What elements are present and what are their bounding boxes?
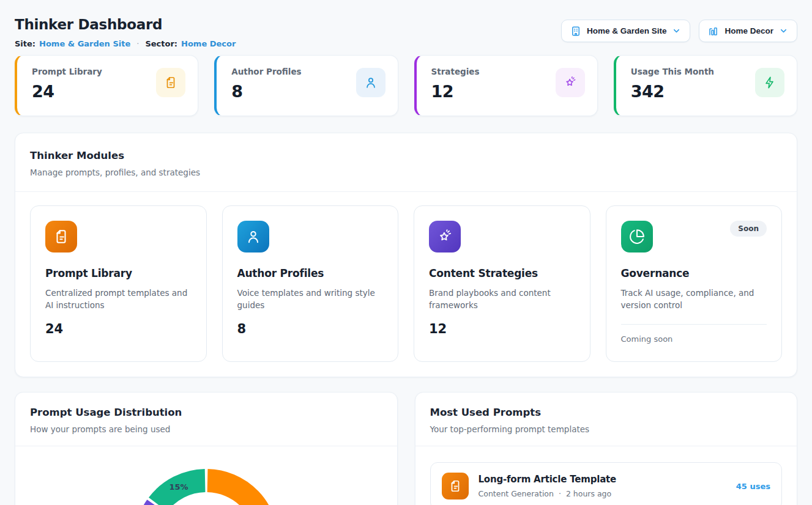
usage-card-header: Prompt Usage Distribution How your promp… (15, 393, 397, 446)
prompt-category: Content Generation (479, 489, 554, 498)
prompts-card-header: Most Used Prompts Your top-performing pr… (415, 393, 797, 446)
prompts-card-subtitle: Your top-performing prompt templates (430, 424, 783, 435)
prompt-title: Long-form Article Template (479, 474, 726, 485)
stat-label: Prompt Library (32, 67, 102, 77)
bottom-row: Prompt Usage Distribution How your promp… (15, 392, 797, 505)
breadcrumb: Site: Home & Garden Site · Sector: Home … (15, 39, 236, 49)
lightning-icon (755, 68, 784, 97)
modules-panel: Thinker Modules Manage prompts, profiles… (15, 133, 797, 377)
bar-chart-icon (708, 26, 719, 37)
module-count: 24 (45, 322, 192, 336)
stat-value: 342 (631, 82, 714, 101)
site-selector-label: Home & Garden Site (587, 26, 667, 35)
svg-text:15%: 15% (169, 482, 188, 492)
star-sparkle-icon (556, 68, 585, 97)
module-card-author-profiles[interactable]: Author Profiles Voice templates and writ… (222, 205, 399, 362)
usage-distribution-card: Prompt Usage Distribution How your promp… (15, 392, 398, 505)
pie-chart-icon (621, 221, 653, 253)
stat-value: 24 (32, 82, 102, 101)
prompt-uses-badge: 45 uses (736, 482, 770, 491)
prompts-card-title: Most Used Prompts (430, 406, 783, 419)
sector-label: Sector: (145, 39, 177, 49)
module-description: Track AI usage, compliance, and version … (621, 287, 767, 312)
module-count: 8 (237, 322, 384, 336)
stat-label: Strategies (431, 67, 480, 77)
stat-card-strategies: Strategies 12 (414, 55, 598, 116)
chevron-down-icon (779, 26, 788, 35)
module-description: Voice templates and writing style guides (237, 287, 384, 312)
prompt-meta: Content Generation · 2 hours ago (479, 489, 726, 498)
divider (621, 324, 767, 325)
stat-card-usage: Usage This Month 342 (614, 55, 797, 116)
stat-value: 8 (231, 82, 301, 101)
site-label: Site: (15, 39, 35, 49)
document-icon (45, 221, 77, 253)
usage-card-subtitle: How your prompts are being used (30, 424, 382, 435)
site-link[interactable]: Home & Garden Site (39, 39, 130, 49)
user-icon (237, 221, 269, 253)
module-card-governance[interactable]: Soon Governance Track AI usage, complian… (606, 205, 783, 362)
stat-card-author-profiles: Author Profiles 8 (214, 55, 398, 116)
building-icon (570, 26, 581, 37)
stat-label: Author Profiles (231, 67, 301, 77)
module-count: 12 (429, 322, 575, 336)
prompt-list: Long-form Article Template Content Gener… (415, 446, 797, 505)
stat-value: 12 (431, 82, 480, 101)
sector-selector-label: Home Decor (724, 26, 773, 35)
modules-grid: Prompt Library Centralized prompt templa… (15, 192, 797, 377)
stat-label: Usage This Month (631, 67, 714, 77)
module-title: Author Profiles (237, 267, 384, 279)
module-card-prompt-library[interactable]: Prompt Library Centralized prompt templa… (30, 205, 207, 362)
module-title: Prompt Library (45, 267, 192, 279)
module-description: Centralized prompt templates and AI inst… (45, 287, 192, 312)
site-selector[interactable]: Home & Garden Site (561, 20, 691, 42)
module-title: Governance (621, 267, 767, 279)
header-controls: Home & Garden Site Home Decor (561, 20, 797, 42)
modules-panel-subtitle: Manage prompts, profiles, and strategies (30, 167, 782, 178)
sector-selector[interactable]: Home Decor (699, 20, 797, 42)
header-titles: Thinker Dashboard Site: Home & Garden Si… (15, 16, 236, 49)
most-used-prompts-card: Most Used Prompts Your top-performing pr… (415, 392, 798, 505)
sector-link[interactable]: Home Decor (181, 39, 236, 49)
star-sparkle-icon (429, 221, 461, 253)
module-title: Content Strategies (429, 267, 575, 279)
module-description: Brand playbooks and content frameworks (429, 287, 575, 312)
prompt-list-item[interactable]: Long-form Article Template Content Gener… (430, 462, 783, 505)
module-footer: Coming soon (621, 334, 767, 344)
usage-card-title: Prompt Usage Distribution (30, 406, 382, 419)
page-header: Thinker Dashboard Site: Home & Garden Si… (15, 16, 797, 49)
donut-chart: 15% (133, 468, 280, 505)
modules-panel-header: Thinker Modules Manage prompts, profiles… (15, 133, 797, 192)
breadcrumb-dot: · (134, 39, 141, 49)
usage-donut-chart: 15% (15, 446, 397, 505)
chevron-down-icon (672, 26, 681, 35)
stat-card-prompt-library: Prompt Library 24 (15, 55, 198, 116)
dashboard-page: Thinker Dashboard Site: Home & Garden Si… (0, 0, 812, 505)
modules-panel-title: Thinker Modules (30, 149, 782, 162)
user-icon (356, 68, 386, 97)
page-title: Thinker Dashboard (15, 16, 236, 33)
document-icon (156, 68, 185, 97)
stats-row: Prompt Library 24 Author Profiles 8 (15, 55, 797, 116)
meta-dot: · (559, 489, 561, 498)
prompt-time: 2 hours ago (566, 489, 611, 498)
soon-badge: Soon (730, 221, 767, 237)
module-card-content-strategies[interactable]: Content Strategies Brand playbooks and c… (414, 205, 590, 362)
document-icon (442, 473, 469, 499)
